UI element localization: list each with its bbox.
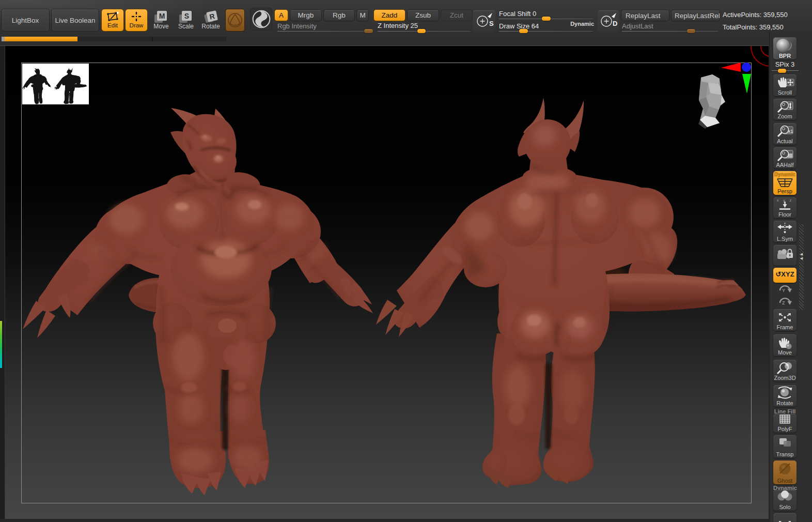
- svg-text:x1: x1: [788, 129, 793, 134]
- svg-text:Z: Z: [782, 300, 785, 305]
- svg-text:S: S: [184, 12, 189, 20]
- svg-text:S: S: [489, 20, 494, 27]
- svg-text:D: D: [613, 20, 617, 27]
- svg-text:M: M: [159, 12, 165, 20]
- svg-text:Y: Y: [782, 288, 785, 293]
